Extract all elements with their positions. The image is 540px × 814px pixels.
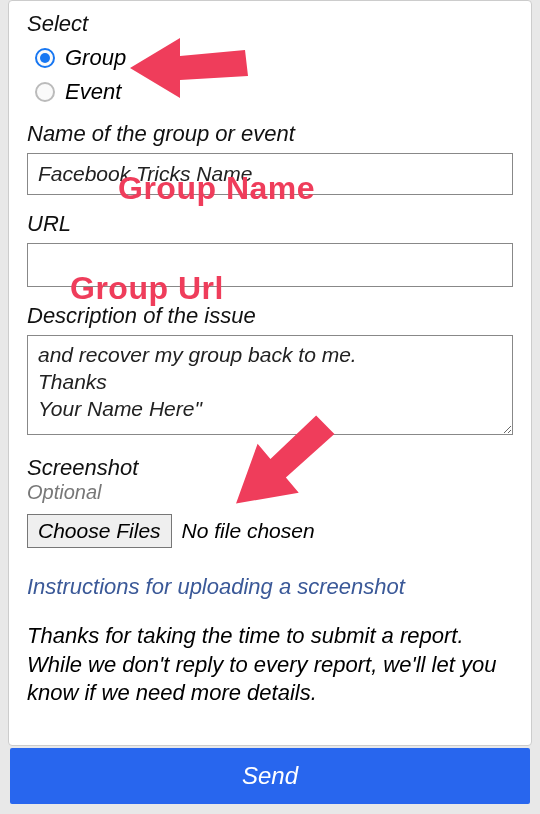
file-row: Choose Files No file chosen <box>27 514 513 548</box>
choose-files-button[interactable]: Choose Files <box>27 514 172 548</box>
select-label: Select <box>27 11 513 37</box>
instructions-link[interactable]: Instructions for uploading a screenshot <box>27 574 513 600</box>
name-label: Name of the group or event <box>27 121 513 147</box>
radio-event-option[interactable]: Event <box>35 79 513 105</box>
url-input[interactable] <box>27 243 513 287</box>
radio-group: Group Event <box>27 45 513 105</box>
radio-label: Group <box>65 45 126 71</box>
optional-label: Optional <box>27 481 513 504</box>
radio-group-option[interactable]: Group <box>35 45 513 71</box>
form-panel: Select Group Event Name of the group or … <box>8 0 532 746</box>
url-label: URL <box>27 211 513 237</box>
description-textarea[interactable] <box>27 335 513 435</box>
name-input[interactable] <box>27 153 513 195</box>
radio-label: Event <box>65 79 121 105</box>
thanks-text: Thanks for taking the time to submit a r… <box>27 622 513 708</box>
screenshot-label: Screenshot <box>27 455 513 481</box>
send-button[interactable]: Send <box>10 748 530 804</box>
radio-icon <box>35 48 55 68</box>
file-status: No file chosen <box>182 519 315 543</box>
description-label: Description of the issue <box>27 303 513 329</box>
radio-icon <box>35 82 55 102</box>
